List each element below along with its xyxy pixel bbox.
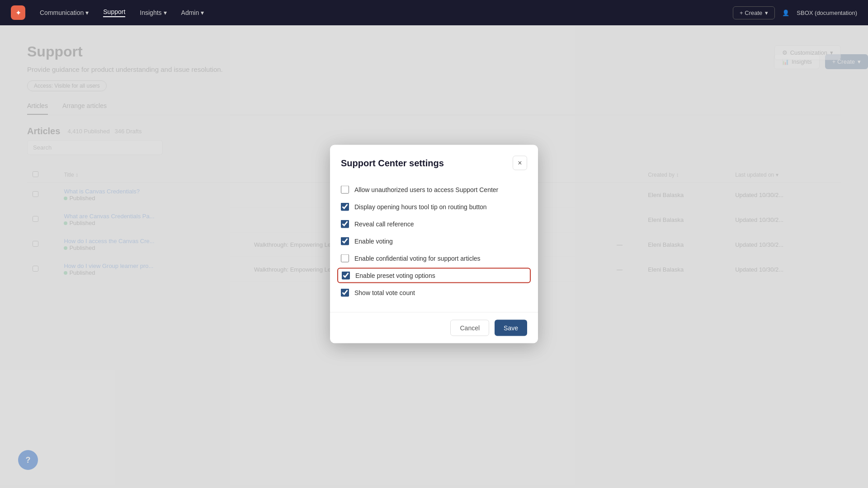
modal-footer: Cancel Save	[330, 312, 538, 343]
checkbox-enable-voting-label: Enable voting	[354, 238, 393, 245]
modal-body: Allow unauthorized users to access Suppo…	[330, 178, 538, 312]
checkbox-unauthorized-users[interactable]	[341, 186, 349, 194]
modal-title: Support Center settings	[341, 158, 444, 168]
checkbox-enable-voting[interactable]	[341, 237, 349, 245]
checkbox-total-vote-count-label: Show total vote count	[354, 289, 415, 296]
checkbox-row-unauthorized: Allow unauthorized users to access Suppo…	[341, 181, 527, 198]
topnav-account-name: SBOX (documentation)	[797, 9, 857, 16]
checkbox-unauthorized-users-label: Allow unauthorized users to access Suppo…	[354, 186, 498, 193]
topnav-right: + Create ▾ 👤 SBOX (documentation)	[733, 6, 857, 19]
topnav: ✦ Communication ▾ Support Insights ▾ Adm…	[0, 0, 868, 25]
checkbox-row-opening-hours: Display opening hours tool tip on routin…	[341, 198, 527, 216]
topnav-user-icon[interactable]: 👤	[782, 9, 789, 16]
checkbox-row-voting: Enable voting	[341, 233, 527, 250]
app-logo: ✦	[11, 5, 25, 20]
checkbox-call-reference-label: Reveal call reference	[354, 221, 414, 228]
checkbox-preset-voting[interactable]	[342, 272, 350, 280]
nav-insights[interactable]: Insights ▾	[140, 9, 166, 16]
modal-header: Support Center settings ×	[330, 145, 538, 178]
topnav-create-button[interactable]: + Create ▾	[733, 6, 775, 19]
checkbox-row-total-vote-count: Show total vote count	[341, 284, 527, 301]
checkbox-opening-hours[interactable]	[341, 203, 349, 211]
checkbox-preset-voting-label: Enable preset voting options	[355, 272, 435, 279]
checkbox-total-vote-count[interactable]	[341, 289, 349, 297]
checkbox-row-confidential-voting: Enable confidential voting for support a…	[341, 250, 527, 267]
modal-container: Support Center settings × Allow unauthor…	[330, 145, 538, 343]
save-button[interactable]: Save	[495, 320, 527, 336]
checkbox-opening-hours-label: Display opening hours tool tip on routin…	[354, 203, 487, 211]
nav-support[interactable]: Support	[103, 8, 125, 17]
support-center-settings-modal: Support Center settings × Allow unauthor…	[330, 145, 538, 343]
checkbox-confidential-voting[interactable]	[341, 254, 349, 263]
checkbox-row-call-reference: Reveal call reference	[341, 216, 527, 233]
checkbox-row-preset-voting: Enable preset voting options	[337, 268, 531, 283]
checkbox-confidential-voting-label: Enable confidential voting for support a…	[354, 255, 481, 262]
nav-admin[interactable]: Admin ▾	[181, 9, 204, 16]
checkbox-call-reference[interactable]	[341, 220, 349, 228]
nav-communication[interactable]: Communication ▾	[40, 9, 89, 16]
modal-close-button[interactable]: ×	[513, 156, 527, 170]
cancel-button[interactable]: Cancel	[450, 320, 489, 336]
